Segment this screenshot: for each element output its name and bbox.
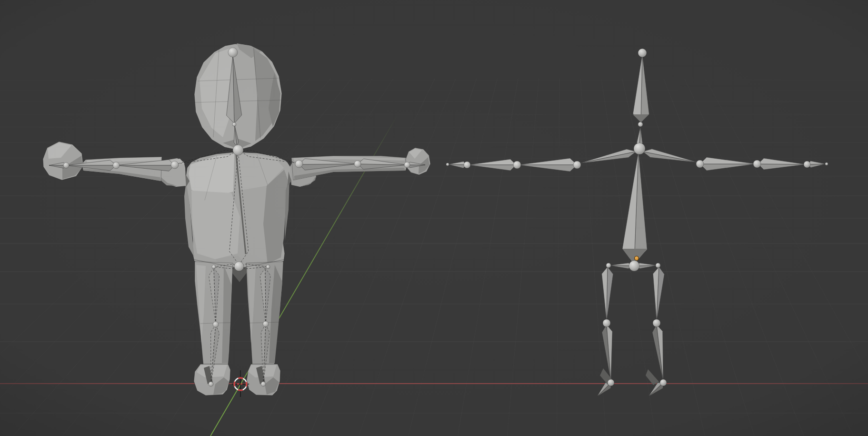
joint-sphere[interactable] bbox=[804, 161, 810, 168]
joint-sphere[interactable] bbox=[573, 161, 581, 169]
joint-sphere[interactable] bbox=[464, 162, 470, 168]
joint-sphere[interactable] bbox=[696, 160, 704, 168]
mesh-face[interactable] bbox=[191, 191, 240, 259]
joint-sphere[interactable] bbox=[653, 319, 660, 327]
joint-sphere[interactable] bbox=[266, 265, 270, 269]
joint-sphere[interactable] bbox=[113, 162, 120, 169]
joint-sphere[interactable] bbox=[228, 48, 238, 57]
joint-sphere[interactable] bbox=[629, 261, 639, 271]
joint-sphere[interactable] bbox=[232, 122, 236, 126]
joint-sphere[interactable] bbox=[656, 263, 660, 268]
joint-sphere[interactable] bbox=[263, 321, 269, 327]
viewport-3d[interactable] bbox=[0, 0, 868, 436]
joint-sphere[interactable] bbox=[606, 263, 611, 268]
joint-sphere[interactable] bbox=[753, 160, 761, 168]
joint-sphere[interactable] bbox=[171, 161, 179, 169]
viewport-canvas[interactable] bbox=[0, 0, 868, 436]
joint-sphere[interactable] bbox=[295, 160, 303, 168]
joint-sphere[interactable] bbox=[825, 162, 828, 165]
joint-sphere[interactable] bbox=[634, 143, 645, 154]
object-origin-dot[interactable] bbox=[635, 256, 639, 261]
joint-sphere[interactable] bbox=[261, 382, 266, 386]
joint-sphere[interactable] bbox=[234, 262, 244, 271]
joint-sphere[interactable] bbox=[638, 49, 647, 57]
joint-sphere[interactable] bbox=[660, 379, 667, 386]
joint-sphere[interactable] bbox=[213, 322, 219, 327]
joint-sphere[interactable] bbox=[212, 265, 216, 269]
joint-sphere[interactable] bbox=[63, 162, 69, 168]
joint-sphere[interactable] bbox=[446, 163, 449, 166]
joint-sphere[interactable] bbox=[638, 122, 643, 127]
joint-sphere[interactable] bbox=[354, 161, 361, 167]
joint-sphere[interactable] bbox=[404, 162, 410, 168]
joint-sphere[interactable] bbox=[608, 379, 614, 386]
joint-sphere[interactable] bbox=[513, 161, 521, 169]
joint-sphere[interactable] bbox=[233, 145, 243, 155]
joint-sphere[interactable] bbox=[209, 382, 213, 386]
joint-sphere[interactable] bbox=[603, 319, 610, 327]
